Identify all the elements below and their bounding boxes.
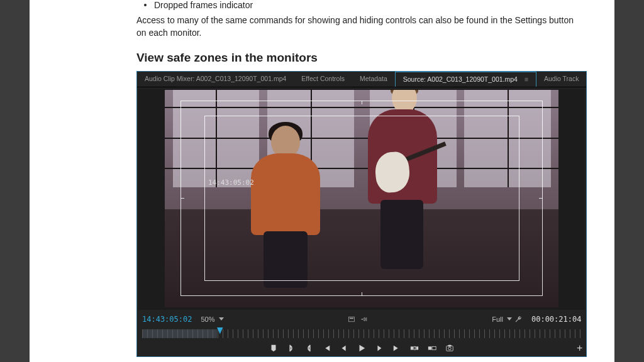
mark-in-icon[interactable] — [287, 344, 296, 353]
svg-rect-3 — [414, 346, 416, 349]
zoom-select[interactable]: 50% — [201, 315, 223, 323]
video-frame: 14:43:05:02 — [165, 90, 558, 307]
tab-audio-clip-mixer[interactable]: Audio Clip Mixer: A002_C013_12090T_001.m… — [137, 72, 294, 87]
button-editor-icon[interactable]: + — [577, 343, 582, 354]
svg-rect-1 — [350, 317, 353, 319]
bullet-text: Dropped frames indicator — [154, 0, 253, 10]
center-tick — [180, 198, 184, 199]
center-tick — [539, 198, 543, 199]
tab-source[interactable]: Source: A002_C013_12090T_001.mp4 ≡ — [395, 72, 536, 87]
drag-video-icon[interactable] — [348, 315, 355, 323]
svg-rect-2 — [411, 346, 413, 349]
svg-rect-4 — [416, 346, 419, 349]
settings-icon[interactable] — [514, 315, 523, 323]
go-to-out-icon[interactable] — [392, 344, 401, 353]
tab-source-label: Source: A002_C013_12090T_001.mp4 — [403, 75, 518, 83]
svg-rect-6 — [432, 346, 436, 349]
resolution-select[interactable]: Full — [492, 315, 512, 323]
duration-timecode: 00:00:21:04 — [531, 315, 581, 324]
intro-paragraph: Access to many of the same commands for … — [136, 14, 583, 40]
svg-point-8 — [448, 347, 451, 349]
section-heading: View safe zones in the monitors — [136, 51, 583, 65]
go-to-in-icon[interactable] — [322, 344, 331, 353]
resolution-value: Full — [492, 315, 503, 323]
zoom-value: 50% — [201, 315, 214, 323]
figure: A B Audio Clip Mixer: A002_C013_12090T_0… — [136, 71, 583, 357]
time-ruler[interactable] — [142, 327, 581, 340]
chevron-down-icon — [507, 317, 512, 321]
svg-rect-7 — [447, 346, 453, 351]
title-safe-zone — [204, 116, 519, 281]
source-monitor-panel: Audio Clip Mixer: A002_C013_12090T_001.m… — [136, 71, 587, 357]
current-timecode[interactable]: 14:43:05:02 — [142, 315, 192, 324]
center-tick — [362, 101, 362, 104]
center-tick — [362, 292, 362, 296]
svg-rect-9 — [448, 344, 452, 346]
play-icon[interactable] — [357, 344, 366, 353]
bullet-list-item: Dropped frames indicator — [136, 0, 583, 10]
video-viewer[interactable]: 14:43:05:02 — [138, 89, 585, 310]
tab-effect-controls[interactable]: Effect Controls — [294, 72, 352, 87]
transport-info-row: 14:43:05:02 50% Full 00:00:21:04 — [137, 310, 586, 326]
drag-audio-icon[interactable] — [360, 315, 368, 323]
overwrite-icon[interactable] — [428, 344, 436, 353]
step-back-icon[interactable] — [340, 344, 348, 353]
insert-icon[interactable] — [410, 344, 419, 353]
panel-tabs: Audio Clip Mixer: A002_C013_12090T_001.m… — [137, 72, 586, 87]
add-marker-icon[interactable] — [269, 344, 278, 353]
tab-audio-track[interactable]: Audio Track — [536, 72, 586, 87]
chevron-down-icon — [219, 317, 224, 321]
transport-controls: + — [137, 340, 586, 356]
step-forward-icon[interactable] — [375, 344, 384, 353]
export-frame-icon[interactable] — [445, 344, 454, 353]
bullet-dot-icon — [144, 4, 147, 6]
svg-rect-0 — [348, 317, 354, 322]
tab-metadata[interactable]: Metadata — [352, 72, 395, 87]
document-page: Dropped frames indicator Access to many … — [30, 0, 614, 362]
ruler-ticks — [142, 329, 581, 338]
timecode-overlay: 14:43:05:02 — [208, 178, 254, 187]
svg-rect-5 — [428, 346, 431, 349]
mark-out-icon[interactable] — [304, 344, 313, 353]
panel-menu-icon[interactable]: ≡ — [525, 75, 528, 83]
